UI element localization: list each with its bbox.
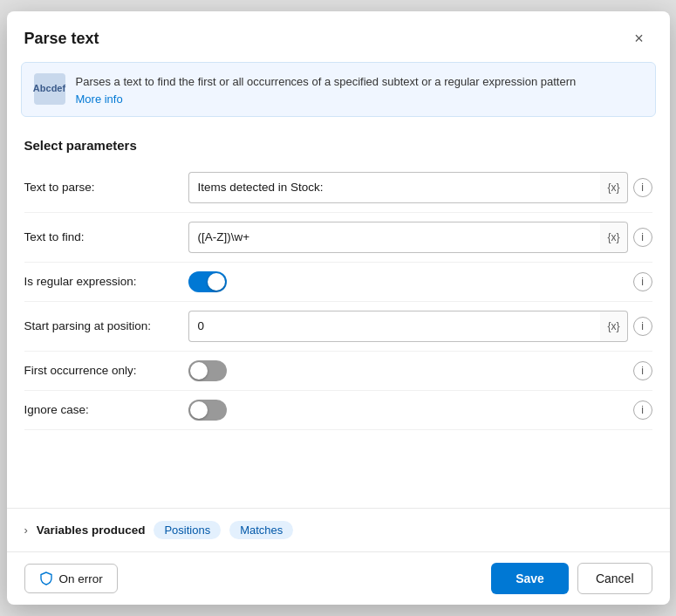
info-banner: Abc def Parses a text to find the first …: [21, 62, 656, 117]
is-regex-control: i: [188, 271, 652, 292]
start-position-input[interactable]: [188, 311, 603, 342]
start-position-control: {x} i: [188, 311, 652, 342]
first-occurrence-toggle[interactable]: [188, 360, 227, 381]
parse-text-dialog: Parse text × Abc def Parses a text to fi…: [7, 11, 670, 605]
variables-produced-section: › Variables produced Positions Matches: [7, 508, 670, 551]
ignore-case-toggle[interactable]: [188, 400, 227, 421]
abc-icon: Abc def: [34, 73, 65, 105]
cancel-button[interactable]: Cancel: [577, 563, 652, 594]
param-row-is-regex: Is regular expression: i: [24, 263, 652, 302]
shield-icon: [39, 572, 53, 585]
more-info-link[interactable]: More info: [76, 92, 577, 106]
banner-content: Parses a text to find the first or all o…: [76, 73, 577, 106]
dialog-title: Parse text: [24, 30, 99, 48]
text-to-parse-info-icon[interactable]: i: [633, 178, 652, 197]
param-row-text-to-parse: Text to parse: {x} i: [24, 163, 652, 213]
text-to-find-input-group: {x}: [188, 222, 628, 253]
text-to-parse-label: Text to parse:: [24, 181, 181, 194]
param-row-first-occurrence: First occurrence only: i: [24, 352, 652, 391]
text-to-parse-var-badge[interactable]: {x}: [600, 172, 627, 203]
text-to-find-var-badge[interactable]: {x}: [600, 222, 627, 253]
positions-chip: Positions: [154, 521, 221, 539]
text-to-find-control: {x} i: [188, 222, 652, 253]
text-to-parse-input[interactable]: [188, 172, 603, 203]
dialog-footer: On error Save Cancel: [7, 551, 670, 605]
text-to-find-label: Text to find:: [24, 230, 181, 243]
ignore-case-label: Ignore case:: [24, 403, 181, 416]
start-position-info-icon[interactable]: i: [633, 317, 652, 336]
on-error-label: On error: [59, 572, 103, 585]
start-position-var-badge[interactable]: {x}: [600, 311, 627, 342]
save-button[interactable]: Save: [491, 563, 569, 594]
text-to-find-info-icon[interactable]: i: [633, 228, 652, 247]
first-occurrence-label: First occurrence only:: [24, 364, 181, 377]
start-position-input-group: {x}: [188, 311, 628, 342]
ignore-case-thumb: [190, 401, 208, 419]
param-row-ignore-case: Ignore case: i: [24, 391, 652, 430]
text-to-parse-control: {x} i: [188, 172, 652, 203]
is-regex-info-icon[interactable]: i: [633, 272, 652, 291]
first-occurrence-info-icon[interactable]: i: [633, 361, 652, 380]
param-row-start-position: Start parsing at position: {x} i: [24, 302, 652, 352]
first-occurrence-track: [188, 360, 227, 381]
is-regex-thumb: [208, 273, 225, 291]
dialog-header: Parse text ×: [7, 11, 670, 62]
first-occurrence-thumb: [190, 362, 208, 380]
banner-description: Parses a text to find the first or all o…: [76, 75, 577, 88]
matches-chip: Matches: [229, 521, 293, 539]
start-position-label: Start parsing at position:: [24, 319, 181, 332]
on-error-button[interactable]: On error: [24, 564, 118, 593]
variables-produced-label: Variables produced: [37, 524, 146, 537]
section-title: Select parameters: [7, 124, 670, 160]
param-row-text-to-find: Text to find: {x} i: [24, 213, 652, 263]
ignore-case-control: i: [188, 400, 652, 421]
variables-chevron-icon[interactable]: ›: [24, 524, 28, 537]
close-button[interactable]: ×: [626, 25, 652, 51]
footer-right-buttons: Save Cancel: [491, 563, 652, 594]
is-regex-label: Is regular expression:: [24, 275, 181, 288]
parameters-area: Text to parse: {x} i Text to find: {x} i: [7, 160, 670, 505]
is-regex-track: [188, 271, 227, 292]
ignore-case-track: [188, 400, 227, 421]
first-occurrence-control: i: [188, 360, 652, 381]
text-to-parse-input-group: {x}: [188, 172, 628, 203]
is-regex-toggle[interactable]: [188, 271, 227, 292]
text-to-find-input[interactable]: [188, 222, 603, 253]
ignore-case-info-icon[interactable]: i: [633, 400, 652, 420]
